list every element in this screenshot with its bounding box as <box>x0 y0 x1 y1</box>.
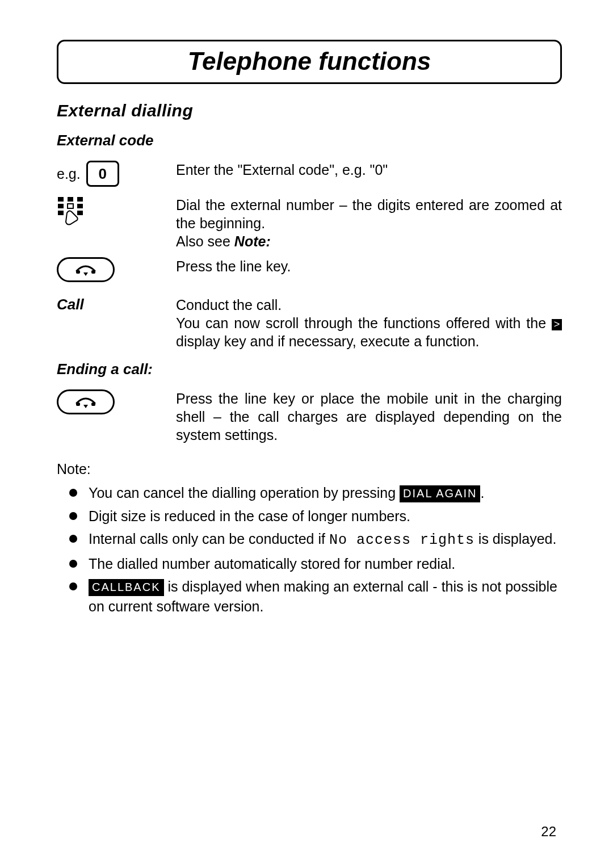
svg-rect-3 <box>58 204 64 208</box>
step-icon-col: Call <box>57 296 176 313</box>
step-row-enter-code: e.g. 0 Enter the "External code", e.g. "… <box>57 161 562 187</box>
svg-marker-13 <box>83 405 88 408</box>
svg-rect-7 <box>77 211 83 215</box>
step-desc: Dial the external number – the digits en… <box>176 196 562 250</box>
step-desc: Conduct the call. You can now scroll thr… <box>176 296 562 350</box>
svg-rect-8 <box>76 270 80 274</box>
no-access-rights-text: No access rights <box>329 532 475 548</box>
svg-marker-10 <box>83 272 88 276</box>
also-see-prefix: Also see <box>176 233 234 249</box>
eg-label: e.g. <box>57 166 81 182</box>
step-icon-col <box>57 389 176 414</box>
page-number: 22 <box>541 824 556 840</box>
call-label: Call <box>57 296 84 313</box>
note-word: Note: <box>234 233 271 249</box>
manual-page: Telephone functions External dialling Ex… <box>0 0 613 868</box>
note-item: Internal calls only can be conducted if … <box>69 529 562 551</box>
svg-rect-4 <box>68 204 73 208</box>
step-icon-col <box>57 196 176 225</box>
call-desc-2b: display key and if necessary, execute a … <box>176 333 480 349</box>
page-title: Telephone functions <box>57 40 562 84</box>
note-text: is displayed. <box>475 531 557 547</box>
dial-text-1: Dial the external number – the digits en… <box>176 197 562 231</box>
note-item: You can cancel the dialling operation by… <box>69 483 562 503</box>
keypad-icon <box>57 196 84 225</box>
svg-rect-0 <box>58 197 64 202</box>
note-item: Digit size is reduced in the case of lon… <box>69 506 562 526</box>
step-icon-col <box>57 257 176 282</box>
line-key-icon <box>57 257 115 282</box>
note-text: . <box>480 485 484 501</box>
note-text: Digit size is reduced in the case of lon… <box>89 508 410 524</box>
key-zero-button-icon: 0 <box>86 161 119 187</box>
dial-again-badge: DIAL AGAIN <box>400 485 480 502</box>
svg-rect-1 <box>68 197 73 202</box>
call-desc-2a: You can now scroll through the functions… <box>176 315 552 331</box>
line-key-icon <box>57 389 115 414</box>
svg-rect-11 <box>76 402 80 406</box>
step-desc: Press the line key or place the mobile u… <box>176 389 562 444</box>
step-row-line-key: Press the line key. <box>57 257 562 282</box>
step-icon-col: e.g. 0 <box>57 161 176 187</box>
step-desc: Press the line key. <box>176 257 562 275</box>
svg-rect-12 <box>91 402 95 406</box>
svg-rect-2 <box>77 197 83 202</box>
step-row-call: Call Conduct the call. You can now scrol… <box>57 296 562 350</box>
note-text: The dialled number automatically stored … <box>89 556 455 572</box>
note-item: CALLBACK is displayed when making an ext… <box>69 577 562 616</box>
right-arrow-icon: > <box>552 319 562 330</box>
note-item: The dialled number automatically stored … <box>69 554 562 574</box>
note-text: Internal calls only can be conducted if <box>89 531 329 547</box>
notes-list: You can cancel the dialling operation by… <box>69 483 562 616</box>
callback-badge: CALLBACK <box>89 579 164 596</box>
subheading-external-code: External code <box>57 132 562 149</box>
subheading-ending-call: Ending a call: <box>57 360 562 378</box>
step-row-end-call: Press the line key or place the mobile u… <box>57 389 562 444</box>
section-heading: External dialling <box>57 101 562 120</box>
note-heading: Note: <box>57 461 562 477</box>
call-desc-1: Conduct the call. <box>176 297 282 313</box>
svg-rect-6 <box>58 211 64 215</box>
note-text: You can cancel the dialling operation by… <box>89 485 400 501</box>
svg-rect-5 <box>77 204 83 208</box>
step-desc: Enter the "External code", e.g. "0" <box>176 161 562 179</box>
step-row-dial-number: Dial the external number – the digits en… <box>57 196 562 250</box>
svg-rect-9 <box>91 270 95 274</box>
